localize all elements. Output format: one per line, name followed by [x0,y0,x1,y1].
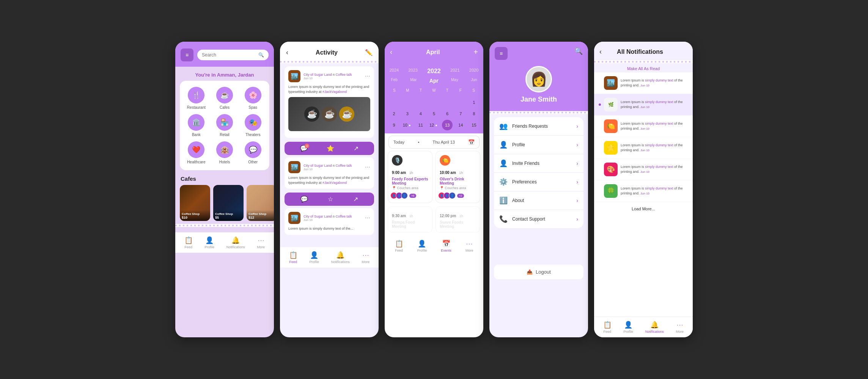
year-2024[interactable]: 2024 [390,68,399,75]
star-icon-1[interactable]: ⭐ [327,145,334,152]
month-apr[interactable]: Apr [429,78,439,84]
menu-contact-support[interactable]: 📞 Contact Support › [494,210,583,228]
nav-more-2[interactable]: ⋯ More [362,251,370,264]
nav-notifications[interactable]: 🔔 Notifications [226,236,245,249]
notif-item-5[interactable]: 🎨 Lorem Ipsum is simply dummy text of th… [594,159,693,180]
year-2023[interactable]: 2023 [408,68,417,75]
month-feb[interactable]: Feb [391,78,398,84]
nav-profile-5[interactable]: 👤 Profile [624,321,634,334]
nav-more-5[interactable]: ⋯ More [676,321,684,334]
month-may[interactable]: May [451,78,458,84]
nav-more-3[interactable]: ⋯ More [465,240,473,252]
event-card-2[interactable]: 🍋 10:00 am 1h Oliver's Drink Meeting 📍 C… [436,151,480,203]
cal-day-11[interactable]: 11 [415,120,426,130]
category-retail[interactable]: 🏪 Retail [213,114,237,137]
nav-notifications-2[interactable]: 🔔 Notifications [331,251,350,264]
cafe-card-2[interactable]: Coffee Shop $5 [213,185,244,221]
event-card-3[interactable]: 9:30 am 1h Rempa Food Meeting [388,206,432,233]
cal-day-13[interactable]: 13 [442,120,453,130]
cal-day-6[interactable]: 6 [442,108,453,119]
post-avatar-1: 🏙️ [288,70,300,82]
menu-profile[interactable]: 👤 Profile › [494,136,583,154]
cafe-price-3: $12 [248,216,274,219]
search-icon-profile[interactable]: 🔍 [574,47,583,55]
logout-label: Logout [536,269,551,275]
logout-button[interactable]: 📤 Logout [494,265,583,279]
other-icon: 💬 [245,141,261,158]
nav-profile[interactable]: 👤 Profile [205,236,215,249]
cal-day-15[interactable]: 15 [469,120,479,130]
category-restaurant[interactable]: 🍴 Restaurant [184,87,208,110]
nav-more[interactable]: ⋯ More [257,236,265,249]
notifications-icon-2: 🔔 [336,251,344,259]
menu-about[interactable]: ℹ️ About › [494,191,583,210]
nav-feed[interactable]: 📋 Feed [184,236,193,249]
cal-day-2[interactable]: 2 [389,108,399,119]
cal-day-14[interactable]: 14 [455,120,466,130]
menu-invite-friends[interactable]: 👤 Invite Friends › [494,154,583,173]
cal-day-12[interactable]: 12 [429,120,439,130]
post-menu-icon-1[interactable]: ⋯ [365,73,370,79]
cafe-card-1[interactable]: Coffee Shop $10 [180,185,210,221]
search-bar[interactable]: 🔍 [197,50,269,60]
cal-day-5[interactable]: 5 [429,108,439,119]
cafe-card-3[interactable]: Coffee Shop $12 [247,185,274,221]
search-input[interactable] [202,52,256,58]
category-healthcare[interactable]: ❤️ Healthcare [184,141,208,164]
cal-day-7[interactable]: 7 [455,108,466,119]
menu-button[interactable]: ≡ [181,49,193,61]
share-icon-1[interactable]: ↗ [354,145,359,152]
edit-icon[interactable]: ✏️ [365,49,373,56]
cal-add-button[interactable]: + [473,48,478,56]
comment-icon-1[interactable]: 💬 8 [300,145,308,152]
nav-profile-2[interactable]: 👤 Profile [310,251,319,264]
category-other[interactable]: 💬 Other [241,141,265,164]
category-theaters[interactable]: 🎭 Theaters [241,114,265,137]
nav-profile-3[interactable]: 👤 Profile [417,240,427,252]
notif-item-6[interactable]: 🍀 Lorem Ipsum is simply dummy text of th… [594,180,693,202]
cal-dots [385,62,483,65]
notif-text-2: Lorem Ipsum is simply dummy text of the … [621,100,688,109]
post-menu-icon-3[interactable]: ⋯ [365,215,370,221]
make-read-button[interactable]: Make All As Read [594,63,693,72]
category-spas[interactable]: 🌸 Spas [241,87,265,110]
cal-day-8[interactable]: 8 [469,108,479,119]
load-more-button[interactable]: Load More... [594,202,693,216]
cal-back-button[interactable]: ‹ [390,48,392,56]
menu-preferences[interactable]: ⚙️ Preferences › [494,173,583,191]
nav-events-3[interactable]: 📅 Events [441,240,451,252]
notif-item-2[interactable]: 🌿 Lorem Ipsum is simply dummy text of th… [594,94,693,116]
cal-day-3[interactable]: 3 [402,108,413,119]
event-card-1[interactable]: 🎙️ 9:00 am 1h Feedy Food Experts Meeting… [388,151,432,203]
year-2021[interactable]: 2021 [450,68,459,75]
event-card-4[interactable]: 12:00 pm 1h Suave Foods Meeting [436,206,480,233]
cal-day-4[interactable]: 4 [415,108,426,119]
year-2020[interactable]: 2020 [469,68,478,75]
month-mar[interactable]: Mar [410,78,417,84]
profile-menu-btn[interactable]: ≡ [495,47,508,60]
cal-day-1[interactable]: 1 [469,97,479,108]
calendar-icon[interactable]: 📅 [468,139,475,145]
nav-feed-3[interactable]: 📋 Feed [395,240,403,252]
notif-item-1[interactable]: 🏙️ Lorem Ipsum is simply dummy text of t… [594,72,693,94]
category-hotels[interactable]: 🏨 Hotels [213,141,237,164]
share-icon-2[interactable]: ↗ [353,196,358,203]
star-icon-2[interactable]: ☆ [328,196,333,203]
cafes-label: Cafes [220,105,230,110]
category-cafes[interactable]: ☕ Cafes [213,87,237,110]
cal-day-9[interactable]: 9 [389,120,399,130]
nav-feed-5[interactable]: 📋 Feed [603,321,612,334]
cal-day-10[interactable]: 10 [402,120,413,130]
post-menu-icon-2[interactable]: ⋯ [365,164,370,170]
month-jun[interactable]: Jun [471,78,477,84]
nav-notifications-5[interactable]: 🔔 Notifications [645,321,664,334]
category-bank[interactable]: 🏛️ Bank [184,114,208,137]
menu-friends-requests[interactable]: 👥 Friends Requests › [494,117,583,136]
notif-item-3[interactable]: 🍋 Lorem Ipsum is simply dummy text of th… [594,116,693,137]
more-label: More [257,245,265,249]
year-2022[interactable]: 2022 [427,68,441,75]
nav-feed-2[interactable]: 📋 Feed [289,251,297,264]
notif-item-4[interactable]: 🌟 Lorem Ipsum is simply dummy text of th… [594,137,693,159]
comment-icon-2[interactable]: 💬 [300,196,308,203]
back-button[interactable]: ‹ [286,49,288,56]
